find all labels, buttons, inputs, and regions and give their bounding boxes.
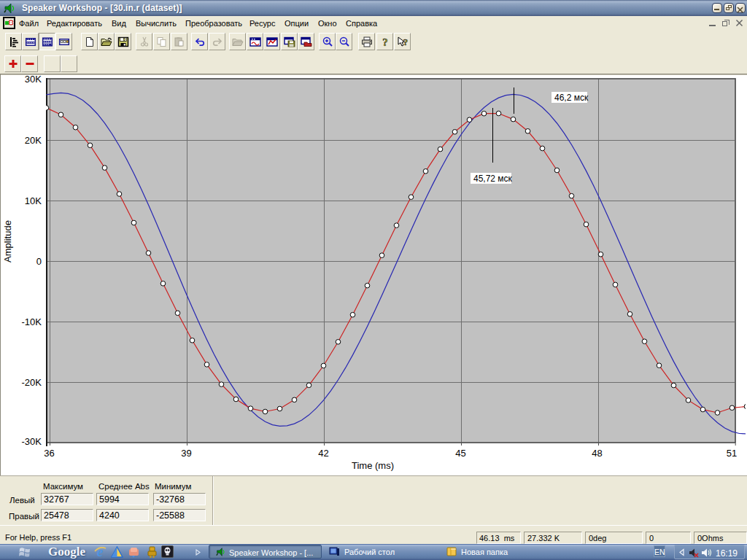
svg-text:10K: 10K bbox=[25, 195, 42, 206]
svg-text:42: 42 bbox=[318, 448, 328, 459]
svg-text:?: ? bbox=[382, 36, 388, 47]
svg-text:30K: 30K bbox=[25, 74, 42, 85]
svg-text:45,72 мск: 45,72 мск bbox=[473, 174, 513, 184]
svg-text:0: 0 bbox=[36, 256, 42, 267]
svg-text:?: ? bbox=[403, 36, 408, 47]
svg-text:Amplitude: Amplitude bbox=[2, 220, 13, 262]
svg-text:20K: 20K bbox=[25, 135, 42, 146]
svg-text:-30K: -30K bbox=[22, 436, 42, 447]
svg-text:46,2 мск: 46,2 мск bbox=[554, 93, 589, 103]
svg-text:36: 36 bbox=[44, 448, 54, 459]
svg-text:45: 45 bbox=[455, 448, 465, 459]
svg-text:-20K: -20K bbox=[22, 377, 42, 388]
svg-text:51: 51 bbox=[727, 448, 737, 459]
svg-text:-10K: -10K bbox=[22, 316, 42, 327]
svg-text:39: 39 bbox=[181, 448, 191, 459]
svg-text:48: 48 bbox=[592, 448, 602, 459]
svg-text:Time (ms): Time (ms) bbox=[352, 460, 394, 471]
